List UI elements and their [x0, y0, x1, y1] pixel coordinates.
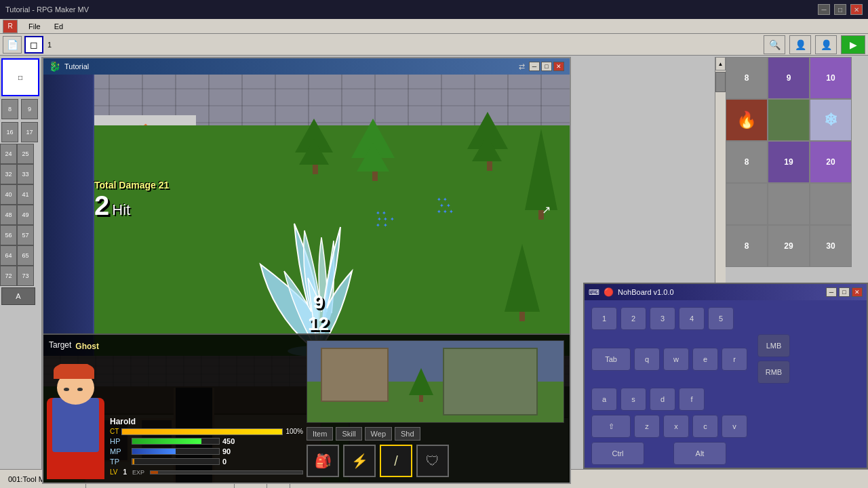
key-a[interactable]: a — [591, 388, 617, 411]
tile-30[interactable] — [810, 183, 852, 225]
key-5[interactable]: 5 — [708, 307, 734, 330]
close-btn[interactable]: ✕ — [850, 4, 863, 15]
sidebar-num-32[interactable]: 32 — [0, 164, 17, 184]
sidebar-num-65[interactable]: 65 — [17, 245, 34, 266]
sidebar-num-57[interactable]: 57 — [17, 225, 34, 245]
sidebar-num-9[interactable]: 9 — [21, 99, 38, 119]
menu-edit[interactable]: Ed — [52, 21, 66, 32]
tile-9[interactable]: 9 — [768, 57, 810, 99]
sidebar-num-64[interactable]: 64 — [0, 245, 17, 266]
sidebar-num-33[interactable]: 33 — [17, 164, 34, 184]
sidebar-num-72[interactable]: 72 — [0, 266, 17, 286]
tile-29[interactable] — [768, 183, 810, 225]
noh-minimize[interactable]: ─ — [826, 287, 837, 297]
sidebar-num-41[interactable]: 41 — [17, 184, 34, 205]
sidebar-tile-8[interactable]: □ — [1, 58, 39, 96]
tile-20[interactable]: 20 — [810, 141, 852, 183]
maximize-btn[interactable]: □ — [834, 4, 846, 15]
toolbar-tile[interactable]: ◻ — [24, 36, 43, 54]
key-z[interactable]: z — [634, 415, 660, 438]
skill-btn-1[interactable]: 🎒 — [307, 445, 339, 477]
battle-ui: Target Ghost — [43, 333, 570, 483]
play-btn[interactable]: ▶ — [841, 35, 865, 54]
tut-close[interactable]: ✕ — [553, 62, 564, 71]
tile-40[interactable]: 30 — [810, 225, 852, 267]
app-icon[interactable]: R — [3, 20, 18, 33]
key-x[interactable]: x — [663, 415, 689, 438]
key-ctrl[interactable]: Ctrl — [591, 442, 644, 465]
tile-38[interactable]: 8 — [726, 225, 768, 267]
sidebar-num-8[interactable]: 8 — [1, 99, 18, 119]
hp-label: HP — [110, 437, 129, 445]
tp-bar — [132, 458, 220, 465]
sidebar-a-btn[interactable]: A — [1, 287, 35, 305]
tile-icon-1[interactable]: 🔥 — [726, 99, 768, 141]
char-name: Harold — [110, 417, 303, 426]
tree-2 — [355, 119, 395, 181]
key-4[interactable]: 4 — [679, 307, 705, 330]
menu-file[interactable]: File — [26, 21, 43, 32]
scroll-up-btn[interactable]: ▲ — [715, 57, 726, 70]
key-2[interactable]: 2 — [620, 307, 646, 330]
tut-maximize[interactable]: □ — [541, 62, 552, 71]
actor-btn[interactable]: 👤 — [815, 35, 837, 54]
tut-minimize[interactable]: ─ — [529, 62, 540, 71]
app-title: Tutorial - RPG Maker MV — [5, 5, 89, 14]
key-row-shift: ⇧ z x c v — [591, 415, 860, 438]
key-1[interactable]: 1 — [591, 307, 617, 330]
tile-28[interactable] — [726, 183, 768, 225]
sidebar-num-56[interactable]: 56 — [0, 225, 17, 245]
skill-btn-2[interactable]: ⚡ — [343, 445, 376, 477]
sidebar-num-49[interactable]: 49 — [17, 205, 34, 225]
noh-maximize[interactable]: □ — [839, 287, 850, 297]
key-s[interactable]: s — [620, 388, 646, 411]
sidebar-num-24[interactable]: 24 — [0, 144, 17, 164]
toolbar-num: 1 — [46, 39, 53, 50]
minimize-btn[interactable]: ─ — [818, 4, 830, 15]
character-btn[interactable]: 👤 — [789, 35, 811, 54]
tile-icon-3[interactable]: ❄ — [810, 99, 852, 141]
key-rmb[interactable]: RMB — [757, 361, 790, 384]
key-lmb[interactable]: LMB — [757, 334, 790, 357]
key-e[interactable]: e — [692, 348, 718, 371]
tab-wep[interactable]: Wep — [365, 427, 392, 441]
tile-row-3 — [726, 183, 868, 225]
scroll-thumb[interactable] — [715, 72, 726, 92]
noh-close[interactable]: ✕ — [852, 287, 863, 297]
key-alt[interactable]: Alt — [673, 442, 726, 465]
key-q[interactable]: q — [634, 348, 660, 371]
tab-item[interactable]: Item — [307, 427, 333, 441]
sidebar-num-48[interactable]: 48 — [0, 205, 17, 225]
key-c[interactable]: c — [692, 415, 718, 438]
skill-btn-4[interactable]: 🛡 — [416, 445, 449, 477]
key-w[interactable]: w — [663, 348, 689, 371]
sidebar-num-17[interactable]: 17 — [21, 122, 38, 142]
sidebar-num-40[interactable]: 40 — [0, 184, 17, 205]
sidebar-num-25[interactable]: 25 — [17, 144, 34, 164]
key-r[interactable]: r — [722, 348, 747, 371]
key-shift[interactable]: ⇧ — [591, 415, 631, 438]
key-tab[interactable]: Tab — [591, 348, 631, 371]
key-d[interactable]: d — [650, 388, 675, 411]
sidebar-num-16[interactable]: 16 — [1, 122, 18, 142]
tile-10[interactable]: 10 — [810, 57, 852, 99]
top-bar: Tutorial - RPG Maker MV ─ □ ✕ — [0, 0, 868, 19]
tab-skill[interactable]: Skill — [336, 427, 361, 441]
key-f[interactable]: f — [679, 388, 705, 411]
tile-18[interactable]: 8 — [726, 141, 768, 183]
tile-icon-2[interactable] — [768, 99, 810, 141]
tile-39[interactable]: 29 — [768, 225, 810, 267]
tile-19[interactable]: 19 — [768, 141, 810, 183]
tile-row-2: 8 19 20 — [726, 141, 868, 183]
key-v[interactable]: v — [722, 415, 747, 438]
search-btn[interactable]: 🔍 — [764, 35, 785, 54]
noh-controls: ─ □ ✕ — [826, 287, 863, 297]
tab-shd[interactable]: Shd — [395, 427, 420, 441]
tile-8[interactable]: 8 — [726, 57, 768, 99]
menu-bar: R File Ed — [0, 19, 868, 34]
skill-btn-3[interactable]: / — [380, 445, 412, 477]
noh-title: ⌨ 🔴 NohBoard v1.0.0 — [589, 287, 674, 297]
toolbar-doc[interactable]: 📄 — [3, 36, 22, 54]
sidebar-num-73[interactable]: 73 — [17, 266, 34, 286]
key-3[interactable]: 3 — [650, 307, 675, 330]
